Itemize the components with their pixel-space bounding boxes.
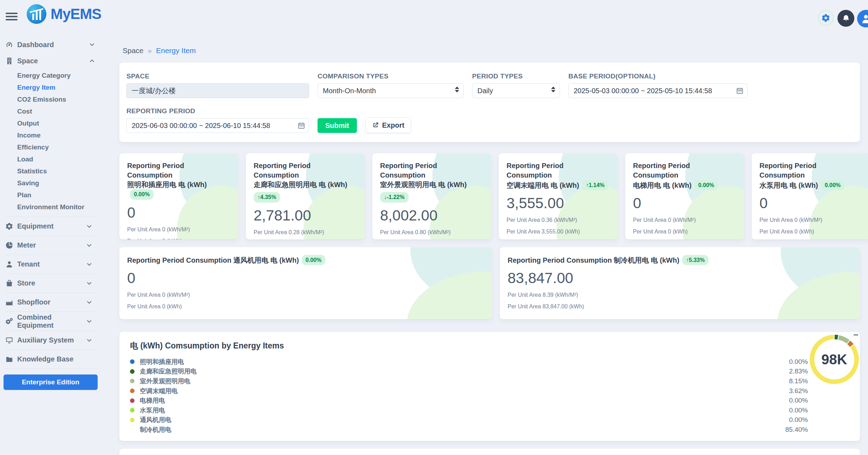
comparison-types-label: COMPARISON TYPES: [318, 72, 464, 80]
period-types-label: PERIOD TYPES: [472, 72, 560, 80]
chevron-down-icon: [86, 261, 93, 268]
legend-percentage: 0.00%: [789, 406, 808, 414]
legend-row-[interactable]: 水泵用电0.00%: [130, 405, 808, 415]
stat-card-reporting-period-consumption-kwh: Reporting Period Consumption 通风机用电 电 (kW…: [119, 247, 492, 319]
sidebar-divider: [5, 369, 98, 369]
sidebar-item-combined-equipment[interactable]: Combined Equipment: [5, 312, 98, 331]
sidebar-item-statistics[interactable]: Statistics: [17, 165, 100, 177]
legend-row-[interactable]: 制冷机用电85.40%: [130, 425, 808, 435]
gear-icon: [5, 222, 13, 231]
legend-row-[interactable]: 电梯用电0.00%: [130, 396, 808, 405]
sidebar-item-load[interactable]: Load: [17, 153, 100, 165]
submit-button[interactable]: Submit: [318, 118, 357, 133]
brand-logo[interactable]: MyEMS: [27, 4, 101, 24]
space-label: SPACE: [126, 72, 309, 80]
sidebar-item-plan[interactable]: Plan: [17, 189, 100, 201]
chart-legend: 照明和插座用电0.00%走廊和应急照明用电2.83%室外景观照明用电8.15%空…: [130, 357, 808, 435]
chart-toolbox-dash-icon: [854, 334, 858, 335]
stat-value: 2,781.00: [254, 207, 357, 224]
sidebar-item-efficiency[interactable]: Efficiency: [17, 141, 100, 153]
sidebar-item-dashboard[interactable]: Dashboard: [5, 37, 100, 53]
legend-label: 水泵用电: [140, 406, 165, 415]
sidebar-item-tenant[interactable]: Tenant: [5, 255, 98, 274]
sidebar-item-cost[interactable]: Cost: [17, 105, 100, 117]
breadcrumb-space[interactable]: Space: [123, 46, 144, 55]
gauge-icon: [5, 40, 13, 49]
stat-card-kwh: Reporting Period Consumption电梯用电 电 (kWh)…: [625, 153, 744, 239]
factory-icon: [5, 298, 13, 307]
per-unit-kwh-line: Per Unit Area 0 (kWh): [127, 238, 230, 239]
reporting-period-input[interactable]: [126, 118, 309, 133]
legend-label: 电梯用电: [140, 396, 165, 405]
legend-label: 空调末端用电: [140, 387, 178, 395]
export-button[interactable]: Export: [365, 117, 411, 133]
gears-icon: [5, 317, 13, 326]
per-unit-area-line: Per Unit Area 0 (kWh/M²): [633, 217, 736, 223]
sidebar-item-label: Store: [17, 279, 35, 287]
trend-badge: ↑4.35%: [254, 192, 280, 202]
legend-row-[interactable]: 照明和插座用电0.00%: [130, 357, 808, 367]
sidebar-item-store[interactable]: Store: [5, 274, 98, 293]
sidebar-item-knowledge-base[interactable]: Knowledge Base: [5, 350, 98, 369]
sidebar-item-income[interactable]: Income: [17, 129, 100, 141]
sidebar-item-meter[interactable]: Meter: [5, 236, 98, 255]
sidebar-item-equipment[interactable]: Equipment: [5, 217, 98, 236]
sidebar-item-output[interactable]: Output: [17, 117, 100, 129]
app-viewport: MyEMS DashboardSpaceEnergy CategoryEnerg…: [0, 0, 868, 455]
period-types-select[interactable]: Daily: [472, 83, 560, 98]
user-avatar[interactable]: [857, 10, 868, 27]
next-section-card: Reporting Period Consumption 照明和插座用电 0.0…: [119, 449, 860, 455]
chevron-down-icon: [89, 41, 96, 48]
legend-row-[interactable]: 空调末端用电3.62%: [130, 386, 808, 396]
export-icon: [372, 122, 379, 129]
sidebar-item-space[interactable]: Space: [5, 53, 100, 69]
per-unit-area-line: Per Unit Area 0 (kWh/M²): [759, 217, 863, 223]
person-icon: [5, 260, 13, 269]
stat-cards-row-1: Reporting Period Consumption照明和插座用电 电 (k…: [119, 153, 868, 239]
sidebar-item-auxiliary-system[interactable]: Auxiliary System: [5, 331, 98, 350]
monitor-icon: [5, 336, 13, 345]
hamburger-menu-icon[interactable]: [6, 13, 18, 21]
chevron-up-icon: [89, 57, 96, 64]
donut-chart[interactable]: 98K: [810, 335, 859, 384]
sidebar-item-energy-category[interactable]: Energy Category: [17, 70, 100, 82]
legend-row-[interactable]: 室外景观照明用电8.15%: [130, 376, 808, 386]
sidebar-item-shopfloor[interactable]: Shopfloor: [5, 293, 98, 312]
sidebar-item-saving[interactable]: Saving: [17, 177, 100, 189]
settings-gear-icon[interactable]: [818, 10, 834, 26]
sidebar-item-environment-monitor[interactable]: Environment Monitor: [17, 201, 100, 213]
comparison-types-select[interactable]: Month-On-Month: [318, 83, 464, 98]
trend-badge: 0.00%: [694, 180, 718, 190]
legend-label: 室外景观照明用电: [140, 377, 190, 385]
stat-card-reporting-period-consumption-kwh: Reporting Period Consumption 制冷机用电 电 (kW…: [500, 247, 860, 319]
sidebar-item-co2-emissions[interactable]: CO2 Emissions: [17, 94, 100, 105]
stat-card-title: Reporting Period Consumption电梯用电 电 (kWh)…: [633, 161, 736, 190]
legend-row-[interactable]: 通风机用电0.00%: [130, 415, 808, 425]
stat-value: 0: [633, 195, 736, 212]
legend-dot-icon: [130, 389, 135, 393]
per-unit-area-line: Per Unit Area 8.39 (kWh/M²): [508, 292, 852, 298]
legend-row-[interactable]: 走廊和应急照明用电2.83%: [130, 367, 808, 377]
sidebar-item-energy-item[interactable]: Energy Item: [17, 82, 100, 94]
legend-percentage: 0.00%: [789, 416, 808, 424]
stat-cards-row-2: Reporting Period Consumption 通风机用电 电 (kW…: [119, 247, 860, 319]
building-icon: [5, 57, 13, 65]
space-input[interactable]: [126, 83, 309, 98]
folder-icon: [5, 355, 13, 364]
chevron-down-icon: [86, 299, 93, 306]
notifications-bell-icon[interactable]: [837, 10, 854, 27]
chevron-down-icon: [86, 318, 93, 325]
trend-badge: 0.00%: [302, 255, 325, 265]
breadcrumb-energy-item[interactable]: Energy Item: [156, 46, 196, 55]
stat-card-title: Reporting Period Consumption照明和插座用电 电 (k…: [127, 161, 230, 200]
bag-icon: [5, 279, 13, 288]
donut-center-total: 98K: [814, 339, 854, 379]
legend-dot-icon: [130, 408, 135, 412]
stat-value: 0: [759, 195, 863, 212]
base-period-input[interactable]: [568, 83, 748, 98]
enterprise-edition-button[interactable]: Enterprise Edition: [4, 374, 98, 390]
trend-badge: 0.00%: [821, 180, 844, 190]
legend-dot-icon: [130, 418, 135, 422]
legend-percentage: 0.00%: [789, 358, 808, 366]
legend-label: 走廊和应急照明用电: [140, 367, 197, 376]
